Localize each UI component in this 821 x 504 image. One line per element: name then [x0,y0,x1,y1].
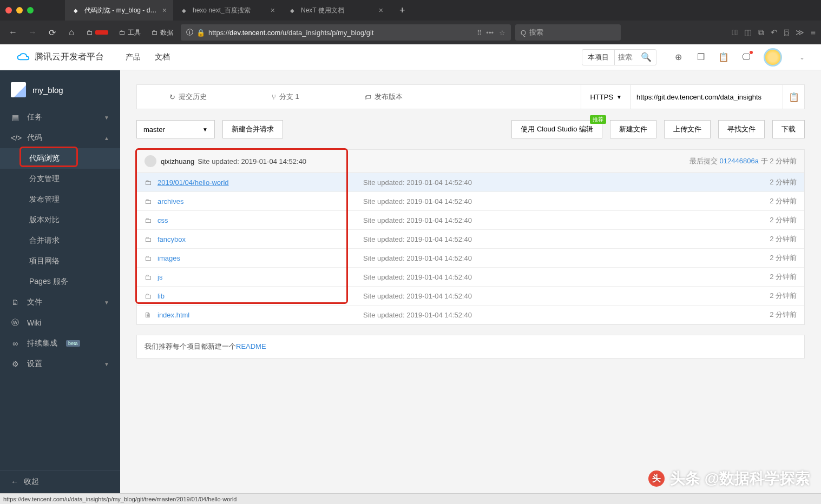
sidebar-item-files[interactable]: 🗎 文件 ▼ [0,292,120,313]
find-file-button[interactable]: 寻找文件 [718,120,765,138]
file-commit-msg: Site updated: 2019-01-04 14:52:40 [363,273,770,281]
user-avatar[interactable] [764,48,782,67]
file-row[interactable]: 🗀jsSite updated: 2019-01-04 14:52:402 分钟… [137,268,804,287]
upload-file-button[interactable]: 上传文件 [664,120,711,138]
page-actions-icon[interactable]: ••• [486,29,494,37]
bookmark-folder-red[interactable]: 🗀 [83,28,111,37]
tab-close-icon[interactable]: × [162,6,167,15]
file-row[interactable]: 🗀cssSite updated: 2019-01-04 14:52:402 分… [137,211,804,230]
nav-docs[interactable]: 文档 [155,52,170,62]
tag-icon: 🏷 [364,93,371,101]
tab-close-icon[interactable]: × [271,6,275,15]
minimize-window[interactable] [16,7,23,14]
user-menu-caret[interactable]: ⌄ [799,54,805,61]
sidebar-sub-item[interactable]: 项目网络 [0,251,120,271]
commit-sha[interactable]: 012446806a [720,157,759,165]
maximize-window[interactable] [27,7,34,14]
customize-icon[interactable]: ✓⃝ [732,28,738,37]
chevron-up-icon: ▲ [104,135,109,141]
undo-icon[interactable]: ↶ [771,28,778,37]
nav-product[interactable]: 产品 [126,52,141,62]
file-row[interactable]: 🗎index.htmlSite updated: 2019-01-04 14:5… [137,306,804,324]
tab-commits[interactable]: ↻提交历史 [137,85,239,109]
project-name[interactable]: my_blog [0,77,120,107]
search-scope[interactable]: 本项目 [582,50,615,65]
commit-author-avatar[interactable] [145,155,156,167]
url-bar[interactable]: ⓘ 🔒 https://dev.tencent.com/u/data_insig… [181,24,511,41]
notification-icon[interactable]: 🖵 [741,52,752,63]
tab-close-icon[interactable]: × [379,6,383,15]
file-row[interactable]: 🗀archivesSite updated: 2019-01-04 14:52:… [137,192,804,211]
new-tab-button[interactable]: + [394,5,411,16]
status-text: https://dev.tencent.com/u/data_insights/… [3,496,237,502]
file-name[interactable]: js [157,273,363,281]
window-controls [5,7,34,14]
copy-clone-url[interactable]: 📋 [783,85,804,109]
new-file-button[interactable]: 新建文件 [610,120,656,138]
sidebar-sub-item[interactable]: Pages 服务 [0,271,120,292]
forward-button[interactable]: → [25,25,40,40]
header-search[interactable]: 本项目 🔍 [582,49,656,65]
file-row[interactable]: 🗀libSite updated: 2019-01-04 14:52:402 分… [137,287,804,306]
clone-url-input[interactable] [631,85,783,109]
file-name[interactable]: 2019/01/04/hello-world [157,178,363,187]
search-icon[interactable]: 🔍 [636,52,656,62]
branch-select[interactable]: master▼ [136,120,215,138]
reload-button[interactable]: ⟳ [44,25,60,40]
sidebar-sub-item[interactable]: 发布管理 [0,189,120,210]
sidebar-item-code[interactable]: </> 代码 ▲ [0,128,120,148]
sidebar-item-tasks[interactable]: ▤ 任务 ▼ [0,107,120,128]
clipboard-icon[interactable]: 📋 [718,52,729,63]
browser-tab[interactable]: ◆hexo next_百度搜索× [173,0,281,21]
close-window[interactable] [5,7,12,14]
sidebar-toggle-icon[interactable]: ◫ [744,28,752,37]
bookmark-tools[interactable]: 🗀工具 [116,27,144,38]
site-info-icon[interactable]: ⓘ [186,28,193,37]
readme-link[interactable]: README [236,342,266,350]
bookmark-data[interactable]: 🗀数据 [148,27,176,38]
hamburger-menu-icon[interactable]: ≡ [811,28,816,37]
bookmark-star-icon[interactable]: ☆ [499,29,505,37]
brand-logo[interactable]: 腾讯云开发者平台 [16,51,104,63]
download-button[interactable]: 下载 [772,120,805,138]
sidebar-sub-item[interactable]: 合并请求 [0,230,120,251]
copy-icon[interactable]: ❐ [695,52,706,63]
sidebar-item-ci[interactable]: ∞ 持续集成 beta [0,333,120,354]
file-name[interactable]: css [157,216,363,224]
screenshot-icon[interactable]: ⧉ [758,28,764,37]
back-button[interactable]: ← [5,25,21,40]
tab-branches[interactable]: ⑂分支 1 [239,85,332,109]
pocket-icon[interactable]: ⌼ [784,28,789,37]
cloud-studio-button[interactable]: 使用 Cloud Studio 编辑推荐 [511,120,602,138]
file-name[interactable]: fancybox [157,235,363,243]
tab-releases[interactable]: 🏷发布版本 [332,85,435,109]
file-row[interactable]: 🗀fancyboxSite updated: 2019-01-04 14:52:… [137,230,804,249]
file-name[interactable]: archives [157,197,363,205]
file-row[interactable]: 🗀2019/01/04/hello-worldSite updated: 201… [137,173,804,192]
file-row[interactable]: 🗀imagesSite updated: 2019-01-04 14:52:40… [137,249,804,268]
sidebar-sub-item[interactable]: 代码浏览 [0,148,120,169]
new-mr-button[interactable]: 新建合并请求 [222,120,283,138]
home-button[interactable]: ⌂ [64,25,79,40]
overflow-menu-icon[interactable]: ≫ [796,28,804,37]
browser-search-box[interactable]: Q 搜索 [515,24,621,41]
file-name[interactable]: index.html [157,311,363,319]
sidebar-item-settings[interactable]: ⚙ 设置 ▼ [0,354,120,374]
reader-icon[interactable]: ⠿ [477,29,481,37]
commit-author[interactable]: qixizhuang [161,157,194,165]
tab-title: hexo next_百度搜索 [193,6,266,15]
sidebar-item-wiki[interactable]: ⓦ Wiki [0,313,120,333]
add-icon[interactable]: ⊕ [673,52,684,63]
file-name[interactable]: lib [157,292,363,300]
browser-tab[interactable]: ◆代码浏览 - my_blog - data_insi× [65,0,173,21]
folder-icon: 🗀 [145,292,152,300]
file-name[interactable]: images [157,254,363,262]
sidebar-sub-item[interactable]: 版本对比 [0,210,120,230]
search-input[interactable] [615,53,636,61]
file-commit-msg: Site updated: 2019-01-04 14:52:40 [363,197,770,205]
clone-protocol[interactable]: HTTPS▼ [581,85,631,109]
browser-tab[interactable]: ◆NexT 使用文档× [281,0,390,21]
sidebar-collapse[interactable]: ← 收起 [0,470,120,493]
sidebar-sub-item[interactable]: 分支管理 [0,169,120,189]
file-commit-msg: Site updated: 2019-01-04 14:52:40 [363,216,770,224]
